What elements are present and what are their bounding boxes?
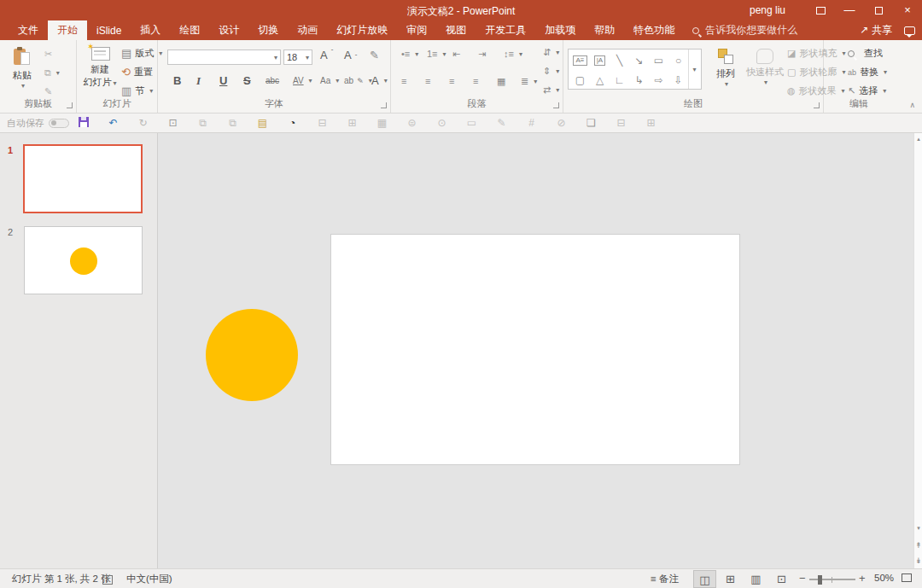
justify-button[interactable]: ≡	[473, 76, 478, 86]
qat-button-icon[interactable]: ▭	[465, 117, 478, 129]
previous-slide-icon[interactable]: ↟	[914, 539, 922, 551]
paste-button[interactable]: 粘贴 ▾	[7, 47, 38, 90]
bold-button[interactable]: B	[173, 74, 181, 87]
select-button[interactable]: ↖选择▾	[848, 84, 886, 97]
quick-styles-button[interactable]: 快速样式 ▾	[744, 49, 785, 86]
tab-11[interactable]: 开发工具	[476, 20, 535, 40]
start-slideshow-icon[interactable]: ⊡	[166, 117, 179, 129]
qat-button-icon[interactable]: ⧉	[196, 117, 209, 129]
language-indicator[interactable]: 中文(中国)	[126, 573, 172, 585]
zoom-slider[interactable]	[809, 579, 855, 580]
qat-button-icon[interactable]: ⊟	[316, 117, 329, 129]
slide-thumbnail-2[interactable]	[24, 226, 143, 294]
tab-10[interactable]: 视图	[436, 20, 476, 40]
save-icon[interactable]	[77, 117, 90, 130]
restore-button[interactable]	[864, 0, 893, 20]
paragraph-dialog-launcher-icon[interactable]	[553, 102, 559, 108]
autosave-control[interactable]: 自动保存	[0, 117, 73, 130]
italic-button[interactable]: I	[196, 74, 201, 88]
new-slide-button[interactable]: ✶ 新建 幻灯片▾	[82, 45, 118, 89]
elbow-arrow-icon[interactable]: ↳	[629, 70, 649, 90]
minimize-button[interactable]: —	[835, 0, 864, 20]
arrange-button[interactable]: 排列 ▾	[710, 49, 741, 88]
increase-indent-button[interactable]: ⇥	[478, 49, 486, 60]
arrow-line-icon[interactable]: ↘	[629, 50, 649, 70]
align-left-button[interactable]: ≡	[401, 76, 406, 86]
ribbon-display-options-button[interactable]	[806, 0, 835, 20]
line-icon[interactable]: ╲	[610, 50, 629, 70]
layout-button[interactable]: ▤版式▾	[121, 47, 162, 60]
slide-sorter-button[interactable]: ⊞	[719, 570, 742, 588]
redo-icon[interactable]: ↻	[137, 117, 149, 129]
clipboard-dialog-launcher-icon[interactable]	[67, 102, 73, 108]
normal-view-button[interactable]: ◫	[693, 570, 716, 588]
tab-4[interactable]: 绘图	[170, 20, 209, 40]
font-size-combobox[interactable]: 18 ▾	[283, 49, 312, 65]
qat-button-icon[interactable]: ⊜	[406, 117, 418, 129]
scroll-down-icon[interactable]: ▾	[914, 522, 922, 534]
strikethrough-alt-button[interactable]: abc	[266, 76, 279, 85]
font-dialog-launcher-icon[interactable]	[381, 102, 387, 108]
numbering-button[interactable]: 1≡▾	[427, 49, 446, 59]
scroll-up-icon[interactable]: ▴	[914, 133, 922, 145]
underline-button[interactable]: U	[219, 74, 227, 87]
qat-button-icon[interactable]: ⊙	[435, 117, 448, 129]
autosave-toggle[interactable]	[49, 119, 69, 128]
triangle-icon[interactable]: △	[590, 70, 610, 90]
format-painter-button[interactable]: ✎	[44, 86, 52, 97]
tab-14[interactable]: 特色功能	[624, 20, 684, 40]
comments-icon[interactable]	[904, 26, 915, 35]
reset-button[interactable]: ⟲重置	[121, 66, 153, 79]
new-document-icon[interactable]: ❏	[585, 117, 598, 129]
align-text-button[interactable]: ⇕▾	[543, 66, 559, 77]
oval-shape[interactable]	[206, 309, 298, 401]
arrow-right-icon[interactable]: ⇨	[649, 70, 668, 90]
qat-button-icon[interactable]: ✎	[495, 117, 508, 129]
cut-button[interactable]: ✂	[44, 49, 52, 60]
drawing-dialog-launcher-icon[interactable]	[814, 102, 820, 108]
line-spacing-button[interactable]: ↕≡▾	[504, 49, 522, 59]
font-color-button[interactable]: A▾	[371, 74, 388, 87]
qat-button-icon[interactable]: ⊟	[615, 117, 627, 129]
undo-icon[interactable]: ↶	[107, 117, 120, 129]
tab-8[interactable]: 幻灯片放映	[327, 20, 397, 40]
tell-me-search[interactable]: 告诉我你想要做什么	[692, 20, 797, 40]
spellcheck-indicator[interactable]: ✓	[102, 573, 113, 584]
tab-7[interactable]: 动画	[288, 20, 327, 40]
qat-button-icon[interactable]: ⊞	[645, 117, 657, 129]
find-button[interactable]: 查找	[848, 47, 883, 60]
tab-12[interactable]: 加载项	[535, 20, 585, 40]
rectangle-icon[interactable]: ▭	[649, 50, 668, 70]
text-highlight-button[interactable]: ab✎▾	[344, 76, 372, 85]
increase-font-size-button[interactable]: Aˆ	[320, 49, 333, 61]
tab-file[interactable]: 文件	[9, 20, 48, 40]
qat-button-icon[interactable]: ⊘	[555, 117, 568, 129]
tab-1[interactable]: 开始	[48, 20, 87, 40]
vertical-scrollbar[interactable]: ▴ ▾ ↟ ↡	[913, 133, 922, 568]
elbow-connector-icon[interactable]: ∟	[610, 70, 629, 90]
textbox-icon[interactable]: A≡	[570, 50, 590, 70]
close-button[interactable]: ×	[893, 0, 922, 20]
next-slide-icon[interactable]: ↡	[914, 555, 922, 567]
qat-button-icon[interactable]: #	[525, 117, 538, 129]
section-button[interactable]: ▥节▾	[121, 84, 153, 97]
zoom-level-value[interactable]: 50%	[874, 573, 894, 583]
vertical-textbox-icon[interactable]: |A	[590, 50, 610, 70]
tab-2[interactable]: iSlide	[87, 20, 131, 40]
rounded-rectangle-icon[interactable]: ▢	[570, 70, 590, 90]
distribute-button[interactable]: ▦	[497, 76, 505, 87]
qat-button-icon[interactable]: ⊞	[346, 117, 359, 129]
decrease-indent-button[interactable]: ⇤	[452, 49, 460, 60]
arrow-down-icon[interactable]: ⇩	[668, 70, 688, 90]
fit-slide-to-window-button[interactable]	[902, 573, 912, 583]
slide-number-indicator[interactable]: 幻灯片 第 1 张, 共 2 张	[12, 573, 111, 585]
tab-5[interactable]: 设计	[209, 20, 248, 40]
slideshow-button[interactable]: ⊡	[770, 570, 793, 588]
oval-icon[interactable]: ○	[668, 50, 688, 70]
copy-button[interactable]: ⧉▾	[44, 67, 60, 79]
decrease-font-size-button[interactable]: Aˇ	[344, 49, 357, 61]
account-user-name[interactable]: peng liu	[750, 4, 785, 16]
smartart-button[interactable]: ⇄▾	[543, 84, 559, 96]
character-spacing-button[interactable]: AV▾	[293, 76, 312, 85]
change-case-button[interactable]: Aa▾	[320, 76, 339, 85]
